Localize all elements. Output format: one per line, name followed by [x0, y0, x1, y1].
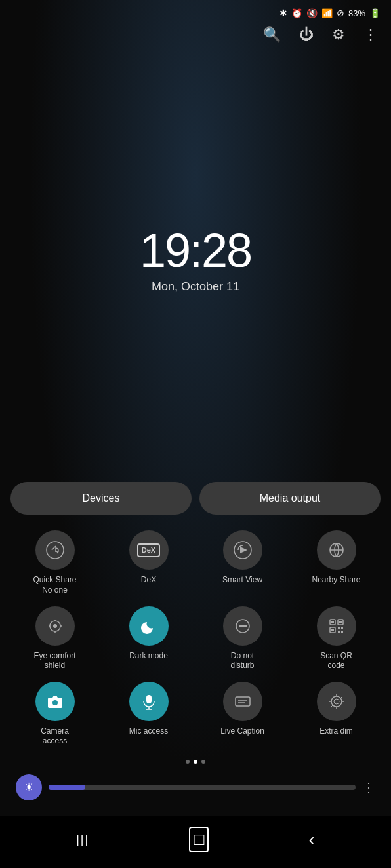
- brightness-more-icon[interactable]: ⋮: [362, 779, 375, 795]
- smart-view-icon: [223, 530, 262, 570]
- svg-marker-2: [240, 547, 247, 553]
- nearby-share-tile[interactable]: Nearby Share: [292, 530, 381, 595]
- pagination: [10, 760, 381, 764]
- more-icon[interactable]: ⋮: [363, 26, 378, 43]
- dark-mode-icon: [129, 606, 169, 646]
- clock-area: 19:28 Mon, October 11: [0, 49, 391, 482]
- no-signal-icon: ⊘: [337, 8, 344, 18]
- wifi-icon: 📶: [321, 8, 333, 18]
- svg-rect-23: [146, 695, 152, 703]
- mic-access-label: Mic access: [129, 726, 168, 737]
- dot-2: [194, 760, 197, 764]
- do-not-disturb-icon: [223, 606, 262, 646]
- live-caption-label: Live Caption: [220, 726, 264, 737]
- live-caption-tile[interactable]: Live Caption: [198, 682, 287, 747]
- extra-dim-tile[interactable]: Extra dim: [292, 682, 381, 747]
- dark-mode-tile[interactable]: Dark mode: [104, 606, 193, 671]
- clock-date: Mon, October 11: [152, 280, 239, 294]
- scan-qr-icon: [317, 606, 356, 646]
- scan-qr-label: Scan QRcode: [320, 651, 352, 671]
- brightness-bar[interactable]: ☀ ⋮: [10, 774, 381, 800]
- eye-comfort-tile[interactable]: Eye comfortshield: [10, 606, 99, 671]
- svg-rect-17: [338, 627, 340, 629]
- alarm-icon: ⏰: [291, 8, 302, 18]
- extra-dim-icon: [317, 682, 356, 721]
- quick-share-label: Quick ShareNo one: [33, 575, 76, 595]
- brightness-track[interactable]: [49, 785, 356, 790]
- nav-bar: ||| □ ‹: [0, 816, 391, 868]
- smart-view-label: Smart View: [222, 575, 262, 585]
- scan-qr-tile[interactable]: Scan QRcode: [292, 606, 381, 671]
- svg-point-29: [331, 696, 342, 707]
- recent-apps-icon[interactable]: |||: [76, 833, 89, 846]
- media-output-button[interactable]: Media output: [199, 482, 381, 515]
- battery-percent: 83%: [348, 9, 365, 18]
- smart-view-tile[interactable]: Smart View: [198, 530, 287, 595]
- live-caption-icon: [223, 682, 262, 721]
- eye-comfort-label: Eye comfortshield: [33, 651, 75, 671]
- nearby-share-label: Nearby Share: [312, 575, 360, 585]
- svg-rect-20: [341, 631, 343, 633]
- dex-tile[interactable]: DeX DeX: [104, 530, 193, 595]
- svg-rect-19: [338, 631, 340, 633]
- camera-access-label: Cameraaccess: [41, 726, 69, 747]
- tiles-grid: Quick ShareNo one DeX DeX Smart V: [10, 530, 381, 747]
- quick-panel: Devices Media output Quick ShareNo one D…: [0, 482, 391, 816]
- svg-rect-12: [331, 621, 334, 623]
- top-controls: 🔍 ⏻ ⚙ ⋮: [0, 21, 391, 49]
- search-icon[interactable]: 🔍: [263, 26, 281, 43]
- quick-share-icon: [35, 530, 75, 570]
- mic-access-icon: [129, 682, 169, 721]
- dot-1: [186, 760, 190, 764]
- svg-rect-26: [236, 697, 250, 706]
- mute-icon: 🔇: [306, 8, 318, 18]
- camera-access-tile[interactable]: Cameraaccess: [10, 682, 99, 747]
- svg-rect-18: [341, 627, 343, 629]
- svg-point-4: [53, 624, 57, 628]
- do-not-disturb-label: Do notdisturb: [230, 651, 254, 671]
- back-icon[interactable]: ‹: [308, 829, 314, 850]
- eye-comfort-icon: [35, 606, 75, 646]
- clock-time: 19:28: [140, 224, 251, 277]
- svg-rect-16: [331, 629, 334, 631]
- nearby-share-icon: [317, 530, 356, 570]
- battery-icon: 🔋: [369, 8, 381, 18]
- devices-button[interactable]: Devices: [10, 482, 192, 515]
- bluetooth-icon: ✱: [279, 8, 287, 18]
- svg-point-30: [334, 699, 339, 704]
- home-icon[interactable]: □: [189, 827, 209, 852]
- do-not-disturb-tile[interactable]: Do notdisturb: [198, 606, 287, 671]
- brightness-fill: [49, 785, 85, 790]
- settings-icon[interactable]: ⚙: [332, 26, 345, 43]
- brightness-icon[interactable]: ☀: [16, 774, 42, 800]
- status-bar: ✱ ⏰ 🔇 📶 ⊘ 83% 🔋: [0, 0, 391, 21]
- camera-access-icon: [35, 682, 75, 721]
- dark-mode-label: Dark mode: [129, 651, 168, 661]
- dot-3: [201, 760, 205, 764]
- extra-dim-label: Extra dim: [319, 726, 353, 737]
- quick-share-tile[interactable]: Quick ShareNo one: [10, 530, 99, 595]
- dex-icon: DeX: [129, 530, 169, 570]
- svg-point-0: [47, 542, 64, 559]
- svg-point-22: [52, 700, 58, 705]
- svg-rect-14: [339, 621, 342, 623]
- device-buttons: Devices Media output: [10, 482, 381, 515]
- power-icon[interactable]: ⏻: [299, 26, 314, 43]
- dex-label: DeX: [141, 575, 156, 585]
- mic-access-tile[interactable]: Mic access: [104, 682, 193, 747]
